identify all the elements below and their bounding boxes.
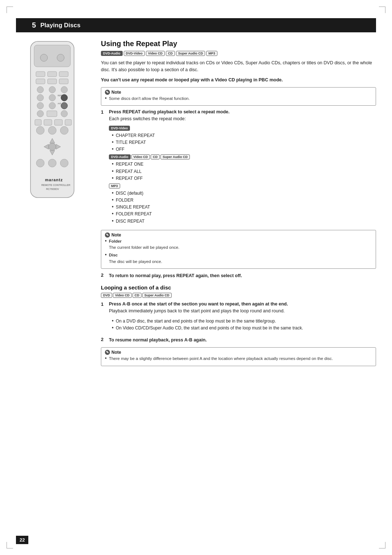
looping-badges: DVD Video CD CD Super Audio CD [101,293,376,298]
svg-rect-8 [48,79,57,84]
step-1-title: Press REPEAT during playback to select a… [109,109,376,114]
dvd-video-list: •CHAPTER REPEAT •TITLE REPEAT •OFF [109,132,376,153]
note-3-bullet-1: • There may be a slightly difference bet… [105,356,372,362]
svg-rect-6 [59,72,68,77]
svg-point-10 [37,86,44,93]
badge-dvd: DVD [101,293,112,298]
svg-rect-1 [34,45,70,67]
note-2-folder-text: The current folder will be played once. [109,245,179,250]
svg-point-23 [61,110,68,117]
svg-point-30 [60,126,68,134]
badge-dvd-video: DVD-Video [124,51,145,56]
svg-point-38 [60,159,68,167]
step-2-repeat-title: To return to normal play, press REPEAT a… [109,272,376,279]
badge-cd: CD [166,51,175,56]
svg-rect-4 [36,72,45,77]
dvd-video-badge-group: DVD-Video [109,126,376,131]
right-content: Using the Repeat Play DVD-Audio DVD-Vide… [97,40,376,370]
note-2-text: • Folder The current folder will be play… [105,238,372,265]
note-2-icon: ✎ [105,232,110,238]
dvd-video-item-3: •OFF [112,146,376,153]
note-1-title: Note [111,90,121,95]
badge-super-audio-cd-loop: Super Audio CD [142,293,172,298]
badge-video-cd-2: Video CD [131,154,150,159]
note-2-header: ✎ Note [105,232,372,238]
svg-point-15 [49,94,56,101]
note-3-header: ✎ Note [105,350,372,355]
badge-dvd-audio: DVD-Audio [101,51,123,56]
note-1-bullet-1: • Some discs don't allow the Repeat func… [105,96,372,102]
loop-step-1-title: Press A-B once at the start of the secti… [109,301,376,307]
svg-text:A-B: A-B [58,102,61,105]
dvd-audio-item-3: •REPEAT OFF [112,175,376,182]
note-2-folder-label: Folder [109,239,122,243]
note-1-icon: ✎ [105,90,110,95]
svg-point-12 [61,86,68,93]
badge-mp3: MP3 [206,51,217,56]
badge-mp3-2: MP3 [109,183,120,189]
step-2-repeat-number: 2 [101,272,106,279]
loop-bullet-2: • On Video CD/CD/Super Audio CD, the sta… [112,325,376,332]
svg-rect-7 [36,79,45,84]
note-1: ✎ Note • Some discs don't allow the Repe… [101,87,376,106]
note-2-folder: • Folder The current folder will be play… [105,238,372,251]
mp3-item-5: •DISC REPEAT [112,218,376,225]
svg-point-19 [49,102,56,109]
loop-bullet-1-text: On a DVD disc, the start and end points … [116,318,276,325]
svg-rect-25 [44,119,52,125]
note-1-header: ✎ Note [105,90,372,95]
note-2: ✎ Note • Folder The current folder will … [101,230,376,269]
svg-rect-22 [47,111,57,117]
svg-rect-9 [59,79,68,84]
svg-rect-24 [35,119,41,125]
badge-cd-2: CD [151,154,160,159]
loop-bullet-2-text: On Video CD/CD/Super Audio CD, the start… [116,325,303,332]
loop-step-2: 2 To resume normal playback, press A-B a… [101,337,376,344]
note-3: ✎ Note • There may be a slightly differe… [101,347,376,366]
svg-text:RC7600DV: RC7600DV [46,188,59,190]
mp3-list: •DISC (default) •FOLDER •SINGLE REPEAT •… [109,190,376,225]
svg-point-11 [49,86,56,93]
chapter-header: 5 Playing Discs [16,18,376,32]
svg-point-36 [36,159,44,167]
loop-step-1-content: Press A-B once at the start of the secti… [109,301,376,333]
step-1-subtitle: Each press switches the repeat mode: [109,116,376,122]
chapter-title: Playing Discs [40,22,81,29]
loop-step-1: 1 Press A-B once at the start of the sec… [101,301,376,333]
mp3-item-2: •FOLDER [112,197,376,204]
badge-cd-loop: CD [132,293,142,298]
step-1-content: Press REPEAT during playback to select a… [109,109,376,226]
dvd-audio-list: •REPEAT ONE •REPEAT ALL •REPEAT OFF [109,161,376,182]
svg-point-16 [61,94,68,101]
intro-text-2: You can't use any repeat mode or looped … [101,77,376,84]
svg-point-2 [40,54,48,61]
remote-illustration: REPEAT A-B [21,40,83,214]
svg-rect-27 [65,119,72,125]
svg-point-14 [37,94,44,101]
note-2-title: Note [111,232,121,238]
badge-video-cd: Video CD [146,51,165,56]
dvd-audio-item-2: •REPEAT ALL [112,168,376,175]
dvd-audio-item-1: •REPEAT ONE [112,161,376,168]
mp3-item-4: •FOLDER REPEAT [112,211,376,218]
loop-step-1-body: Playback immediately jumps back to the s… [109,308,376,315]
svg-point-3 [57,54,64,61]
looping-section-title: Looping a section of a disc [101,284,376,291]
loop-step-2-title: To resume normal playback, press A-B aga… [109,337,376,344]
note-3-icon: ✎ [105,350,110,355]
svg-text:REMOTE CONTROLLER: REMOTE CONTROLLER [41,184,70,186]
intro-text-1: You can set the player to repeat individ… [101,60,376,74]
corner-decoration-bl [7,542,13,548]
note-2-disc: • Disc The disc will be played once. [105,252,372,265]
badge-dvd-audio-2: DVD-Audio [109,154,131,159]
note-2-disc-text: The disc will be played once. [109,259,162,264]
loop-step-1-number: 1 [101,301,106,333]
mp3-item-1: •DISC (default) [112,190,376,197]
remote-area: REPEAT A-B [16,40,89,370]
note-2-disc-label: Disc [109,253,118,257]
step-1: 1 Press REPEAT during playback to select… [101,109,376,226]
svg-point-20 [61,102,68,109]
mp3-badge-group: MP3 [109,183,376,189]
svg-point-21 [37,110,44,117]
step-2-repeat: 2 To return to normal play, press REPEAT… [101,272,376,279]
